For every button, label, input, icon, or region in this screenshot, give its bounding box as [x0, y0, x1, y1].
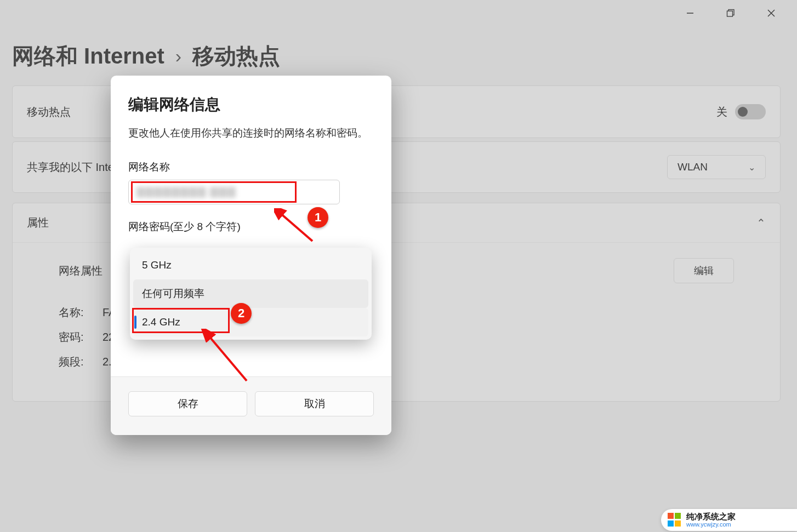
band-option-any[interactable]: 任何可用频率: [133, 279, 368, 308]
close-icon: [767, 9, 775, 17]
prop-name-key: 名称:: [59, 305, 103, 320]
annotation-bubble-2: 2: [231, 303, 252, 324]
share-from-label: 共享我的以下 Inter: [27, 160, 118, 175]
window-title-buttons: [678, 0, 797, 26]
network-name-value-blurred: ▇▇▇▇▇▇▇▇ ▇▇▇: [136, 185, 236, 198]
close-button[interactable]: [759, 4, 784, 22]
dialog-title: 编辑网络信息: [128, 94, 374, 115]
network-name-label: 网络名称: [128, 160, 374, 174]
watermark: 纯净系统之家 www.ycwjzy.com: [661, 509, 797, 531]
network-password-label: 网络密码(至少 8 个字符): [128, 220, 374, 234]
hotspot-toggle[interactable]: [735, 104, 766, 119]
maximize-icon: [726, 9, 735, 18]
toggle-knob: [738, 107, 748, 117]
breadcrumb-current: 移动热点: [192, 41, 280, 71]
dialog-description: 更改他人在使用你共享的连接时的网络名称和密码。: [128, 126, 374, 140]
maximize-button[interactable]: [718, 4, 743, 22]
network-name-input[interactable]: ▇▇▇▇▇▇▇▇ ▇▇▇: [128, 180, 340, 204]
band-option-label: 任何可用频率: [142, 287, 204, 301]
chevron-down-icon: ⌄: [748, 162, 755, 173]
chevron-right-icon: ›: [175, 45, 181, 67]
breadcrumb-parent[interactable]: 网络和 Internet: [12, 41, 164, 71]
svg-line-6: [208, 335, 247, 381]
minimize-button[interactable]: [678, 4, 703, 22]
prop-pwd-key: 密码:: [59, 330, 103, 345]
settings-window: 网络和 Internet › 移动热点 移动热点 关 共享我的以下 Inter …: [0, 0, 797, 532]
svg-rect-2: [727, 11, 733, 16]
share-from-value: WLAN: [678, 161, 708, 173]
band-option-label: 5 GHz: [142, 259, 172, 271]
hotspot-label: 移动热点: [27, 105, 71, 119]
edit-button[interactable]: 编辑: [674, 258, 734, 283]
annotation-arrow-2: [197, 329, 252, 384]
chevron-up-icon: ⌃: [756, 216, 766, 230]
cancel-button[interactable]: 取消: [255, 391, 374, 416]
hotspot-toggle-state: 关: [716, 105, 727, 119]
watermark-title: 纯净系统之家: [686, 512, 736, 522]
share-from-dropdown[interactable]: WLAN ⌄: [667, 155, 766, 179]
watermark-logo-icon: [668, 513, 682, 527]
net-props-label: 网络属性: [59, 264, 103, 278]
minimize-icon: [686, 9, 694, 17]
band-option-5ghz[interactable]: 5 GHz: [133, 251, 368, 279]
save-button[interactable]: 保存: [128, 391, 247, 416]
band-flyout: 5 GHz 任何可用频率 2.4 GHz: [130, 248, 372, 340]
hotspot-toggle-wrap: 关: [716, 104, 766, 119]
breadcrumb: 网络和 Internet › 移动热点: [12, 41, 280, 71]
prop-band-key: 频段:: [59, 354, 103, 369]
dialog-actions: 保存 取消: [111, 377, 391, 435]
annotation-bubble-1: 1: [308, 207, 328, 228]
properties-title: 属性: [27, 215, 49, 230]
watermark-url: www.ycwjzy.com: [686, 521, 736, 528]
